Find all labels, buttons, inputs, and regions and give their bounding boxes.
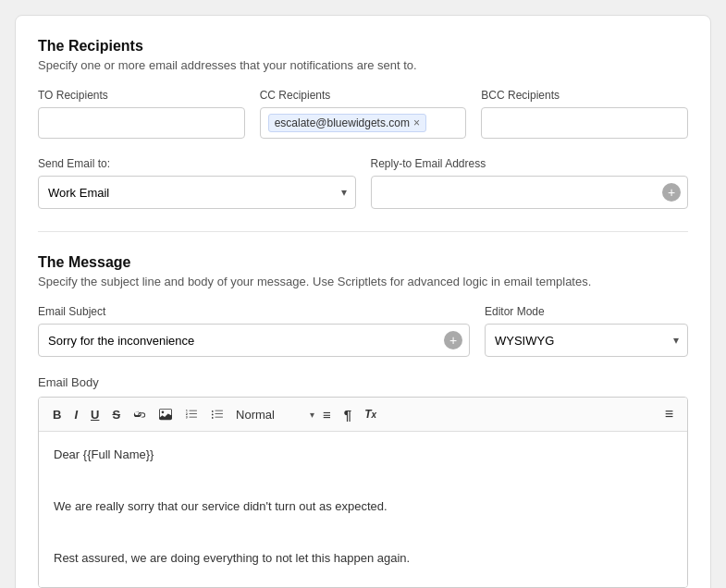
message-title: The Message bbox=[38, 254, 688, 271]
email-subject-field: Email Subject + bbox=[38, 305, 470, 357]
subject-wrapper: + bbox=[38, 324, 470, 357]
to-input[interactable] bbox=[38, 107, 245, 139]
body-line-4 bbox=[54, 522, 672, 543]
cc-tag-input[interactable]: escalate@bluewidgets.com × bbox=[260, 107, 467, 139]
editor-container: B I U S bbox=[38, 397, 688, 588]
cc-label: CC Recipients bbox=[260, 89, 467, 102]
strikethrough-button[interactable]: S bbox=[107, 405, 125, 424]
cc-tag-value: escalate@bluewidgets.com bbox=[275, 116, 410, 129]
bcc-recipients-field: BCC Recipients bbox=[481, 89, 688, 139]
body-line-5: Rest assured, we are doing everything to… bbox=[54, 548, 672, 569]
align-button[interactable]: ≡ bbox=[318, 404, 336, 425]
message-desc: Specify the subject line and body of you… bbox=[38, 275, 688, 288]
unordered-list-button[interactable] bbox=[206, 405, 228, 423]
editor-mode-wrapper: WYSIWYG HTML Plain Text ▾ bbox=[485, 324, 688, 357]
email-subject-label: Email Subject bbox=[38, 305, 470, 318]
send-email-wrapper: Work Email Personal Email Primary Email … bbox=[38, 176, 356, 209]
recipients-section: The Recipients Specify one or more email… bbox=[38, 38, 688, 209]
underline-button[interactable]: U bbox=[86, 405, 104, 424]
subject-editor-grid: Email Subject + Editor Mode WYSIWYG HTML… bbox=[38, 305, 688, 357]
reply-to-input[interactable] bbox=[371, 176, 689, 209]
format-wrapper: Normal Heading 1 Heading 2 Heading 3 bbox=[232, 406, 314, 423]
to-label: TO Recipients bbox=[38, 89, 245, 102]
to-recipients-field: TO Recipients bbox=[38, 89, 245, 139]
image-icon bbox=[159, 408, 172, 421]
reply-to-wrapper: + bbox=[371, 176, 689, 209]
toolbar-right: ≡ bbox=[660, 403, 678, 425]
email-subject-input[interactable] bbox=[38, 324, 470, 357]
reply-to-label: Reply-to Email Address bbox=[371, 157, 689, 170]
send-email-select[interactable]: Work Email Personal Email Primary Email bbox=[38, 176, 356, 209]
clear-format-button[interactable]: Tx bbox=[360, 405, 381, 423]
send-email-label: Send Email to: bbox=[38, 157, 356, 170]
editor-toolbar: B I U S bbox=[39, 398, 687, 432]
send-reply-grid: Send Email to: Work Email Personal Email… bbox=[38, 157, 688, 209]
editor-mode-label: Editor Mode bbox=[485, 305, 688, 318]
link-icon bbox=[133, 408, 146, 421]
bcc-label: BCC Recipients bbox=[481, 89, 688, 102]
body-line-2 bbox=[54, 471, 672, 491]
subject-add-button[interactable]: + bbox=[444, 331, 462, 349]
recipients-desc: Specify one or more email addresses that… bbox=[38, 58, 688, 72]
reply-to-field: Reply-to Email Address + bbox=[371, 157, 689, 209]
format-select[interactable]: Normal Heading 1 Heading 2 Heading 3 bbox=[232, 406, 308, 423]
unordered-list-icon bbox=[211, 408, 224, 421]
cc-recipients-field: CC Recipients escalate@bluewidgets.com × bbox=[260, 89, 467, 139]
editor-mode-select[interactable]: WYSIWYG HTML Plain Text bbox=[485, 324, 688, 357]
paragraph-button[interactable]: ¶ bbox=[339, 404, 356, 425]
main-container: The Recipients Specify one or more email… bbox=[15, 15, 711, 588]
message-section: The Message Specify the subject line and… bbox=[38, 254, 688, 588]
editor-body[interactable]: Dear {{Full Name}} We are really sorry t… bbox=[39, 432, 687, 587]
editor-mode-field: Editor Mode WYSIWYG HTML Plain Text ▾ bbox=[485, 305, 688, 357]
recipients-grid: TO Recipients CC Recipients escalate@blu… bbox=[38, 89, 688, 139]
bcc-input[interactable] bbox=[481, 107, 688, 139]
email-body-section: Email Body B I U S bbox=[38, 375, 688, 588]
link-button[interactable] bbox=[129, 405, 151, 423]
ordered-list-icon bbox=[185, 408, 198, 421]
send-email-field: Send Email to: Work Email Personal Email… bbox=[38, 157, 356, 209]
cc-tag: escalate@bluewidgets.com × bbox=[268, 114, 426, 132]
recipients-title: The Recipients bbox=[38, 38, 688, 55]
cc-tag-remove[interactable]: × bbox=[413, 117, 420, 129]
body-line-1: Dear {{Full Name}} bbox=[54, 445, 672, 465]
bold-button[interactable]: B bbox=[48, 405, 66, 424]
reply-to-add-button[interactable]: + bbox=[662, 183, 681, 202]
body-line-3: We are really sorry that our service did… bbox=[54, 496, 672, 517]
ordered-list-button[interactable] bbox=[180, 405, 203, 423]
section-divider bbox=[38, 231, 688, 232]
image-button[interactable] bbox=[154, 405, 177, 423]
email-body-label: Email Body bbox=[38, 375, 688, 389]
more-options-button[interactable]: ≡ bbox=[660, 403, 678, 425]
italic-button[interactable]: I bbox=[69, 405, 82, 424]
